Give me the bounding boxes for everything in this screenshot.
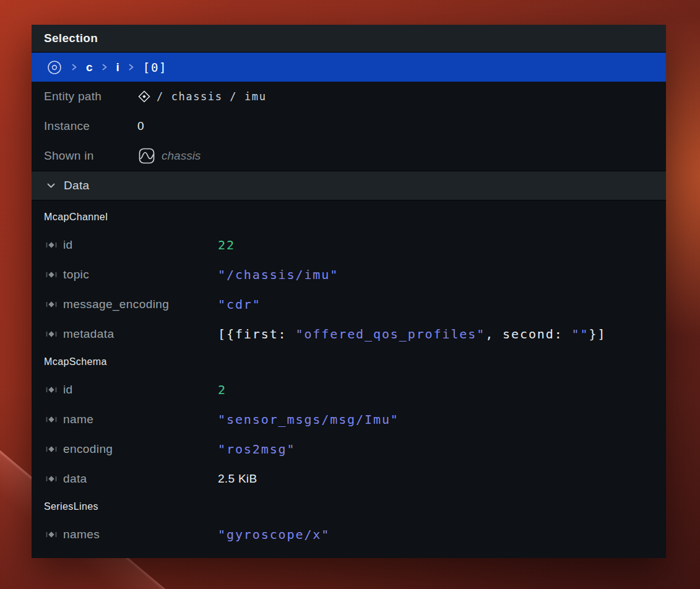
table-row: id 2 (32, 375, 666, 405)
table-row: topic "/chassis/imu" (32, 260, 666, 290)
recording-icon[interactable] (46, 59, 63, 75)
panel-title: Selection (44, 32, 98, 45)
component-icon (45, 415, 58, 424)
table-row: metadata [{first: "offered_qos_profiles"… (32, 319, 666, 349)
table-row: encoding "ros2msg" (32, 434, 666, 464)
component-label[interactable]: id (63, 383, 218, 397)
instance-label: Instance (44, 119, 137, 133)
breadcrumb-item-chassis[interactable]: c (86, 61, 93, 74)
data-body: McapChannel id 22 topic "/chassis/imu" m… (32, 200, 666, 549)
component-label[interactable]: id (63, 238, 218, 252)
chevron-right-icon (102, 62, 108, 72)
shown-in-label: Shown in (44, 149, 137, 163)
entity-path-link[interactable]: / chassis / imu (137, 90, 267, 103)
data-section-header[interactable]: Data (32, 171, 666, 200)
component-label[interactable]: message_encoding (63, 298, 218, 311)
breadcrumb-item-instance[interactable]: [0] (143, 61, 167, 74)
table-row: id 22 (32, 230, 666, 260)
component-value: "ros2msg" (218, 442, 295, 457)
instance-value: 0 (137, 119, 144, 133)
component-value: 2 (218, 382, 227, 397)
component-label[interactable]: names (63, 528, 218, 541)
shown-in-row: Shown in chassis (32, 141, 666, 171)
component-label[interactable]: name (63, 413, 218, 426)
chevron-right-icon (71, 62, 77, 72)
component-value: "cdr" (218, 297, 261, 312)
component-icon (45, 329, 58, 339)
component-icon (45, 299, 58, 309)
component-icon (45, 240, 58, 250)
breadcrumb[interactable]: c i [0] (32, 53, 666, 82)
selection-panel: Selection c i [0] Entity path (32, 25, 666, 558)
component-value: [{first: "offered_qos_profiles", second:… (218, 327, 606, 342)
data-section-title: Data (64, 179, 89, 192)
component-label[interactable]: encoding (63, 442, 218, 456)
component-icon (45, 474, 58, 484)
component-icon (45, 530, 58, 540)
component-label[interactable]: topic (63, 268, 218, 282)
table-row: message_encoding "cdr" (32, 290, 666, 319)
chevron-down-icon (46, 183, 56, 189)
component-icon (45, 385, 58, 395)
chevron-right-icon (128, 62, 134, 72)
table-row: data 2.5 KiB (32, 464, 666, 494)
breadcrumb-item-imu[interactable]: i (116, 61, 119, 74)
entity-path-row: Entity path / chassis / imu (32, 82, 666, 111)
component-label[interactable]: metadata (63, 327, 218, 341)
component-label[interactable]: data (63, 472, 218, 486)
group-header-mcapschema: McapSchema (32, 349, 666, 375)
timeseries-view-icon (137, 147, 156, 165)
component-value: "sensor_msgs/msg/Imu" (218, 412, 399, 427)
component-icon (45, 270, 58, 280)
component-value: "gyroscope/x" (218, 527, 330, 542)
group-header-serieslines: SeriesLines (32, 494, 666, 520)
table-row: name "sensor_msgs/msg/Imu" (32, 405, 666, 434)
selection-panel-header: Selection (32, 25, 666, 53)
entity-path-value: / chassis / imu (157, 90, 267, 103)
entity-path-label: Entity path (44, 90, 137, 103)
entity-icon (137, 90, 151, 103)
component-icon (45, 444, 58, 454)
component-value: 22 (218, 238, 235, 252)
shown-in-link[interactable]: chassis (137, 147, 201, 165)
component-value: 2.5 KiB (218, 472, 257, 486)
group-header-mcapchannel: McapChannel (32, 204, 666, 230)
shown-in-value: chassis (162, 149, 201, 163)
table-row: names "gyroscope/x" (32, 520, 666, 549)
instance-row: Instance 0 (32, 111, 666, 141)
component-value: "/chassis/imu" (218, 267, 339, 282)
